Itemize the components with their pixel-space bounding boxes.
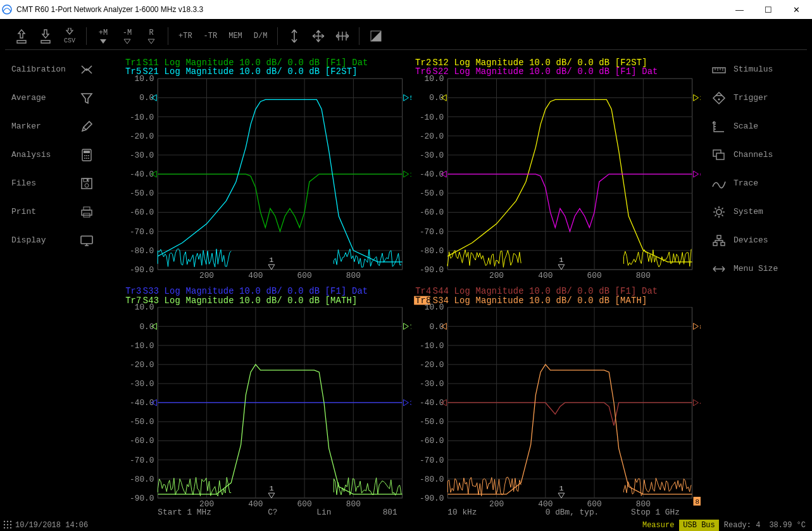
svg-text:-60.0: -60.0: [420, 436, 444, 446]
minus-tr-button[interactable]: -TR: [200, 25, 222, 47]
svg-point-6: [86, 155, 87, 156]
svg-text:10.0: 10.0: [424, 74, 444, 84]
svg-point-9: [86, 158, 87, 159]
csv-button[interactable]: CSV: [59, 25, 80, 47]
right-item-devices[interactable]: Devices: [702, 226, 812, 254]
left-item-analysis[interactable]: Analysis: [11, 141, 123, 169]
plot-3[interactable]: Tr3S33 Log Magnitude 10.0 dB/ 0.0 dB [F1…: [124, 286, 411, 517]
svg-text:-60.0: -60.0: [419, 208, 443, 217]
svg-text:1: 1: [559, 484, 563, 493]
left-item-files[interactable]: Files: [11, 169, 123, 197]
left-item-average[interactable]: Average: [11, 84, 123, 112]
mem-button[interactable]: MEM: [225, 25, 246, 47]
app-icon: [1, 4, 13, 15]
pencil-icon: [77, 120, 96, 133]
save-up-button[interactable]: [11, 25, 32, 47]
svg-text:-90.0: -90.0: [420, 493, 444, 503]
status-pow: 0 dBm, typ.: [545, 507, 598, 516]
minus-m-button[interactable]: -M: [117, 25, 137, 47]
maximize-button[interactable]: ☐: [754, 0, 782, 19]
minimize-button[interactable]: —: [725, 0, 754, 19]
contrast-button[interactable]: [366, 25, 386, 47]
svg-text:-50.0: -50.0: [419, 189, 443, 198]
right-item-label: System: [734, 207, 763, 216]
svg-text:-10.0: -10.0: [130, 113, 154, 122]
grip-icon: [3, 520, 15, 531]
trace-label: S34 Log Magnitude 10.0 dB/ 0.0 dB [MATH]: [432, 296, 647, 305]
right-item-label: Channels: [734, 150, 773, 159]
svg-point-10: [88, 158, 89, 159]
svg-text:-70.0: -70.0: [130, 455, 154, 465]
right-item-label: Menu Size: [734, 264, 778, 273]
svg-text:-90.0: -90.0: [419, 265, 443, 275]
svg-rect-161: [716, 153, 724, 159]
right-item-menu size[interactable]: Menu Size: [702, 254, 812, 283]
dm-button[interactable]: D/M: [250, 25, 272, 47]
left-menu: Calibration Average Marker Analysis File…: [0, 50, 123, 519]
svg-text:-40.0: -40.0: [419, 170, 443, 179]
status-temp: 38.99 °C: [765, 520, 809, 531]
cross-arrow-button[interactable]: [308, 25, 328, 47]
save-down-button[interactable]: [35, 25, 56, 47]
gear-icon: [709, 205, 728, 219]
right-item-system[interactable]: System: [702, 197, 812, 226]
window-title: CMT R60 1-Port Network Analyzer 1-6000 M…: [16, 5, 203, 14]
plus-m-button[interactable]: +M: [93, 25, 113, 47]
right-item-stimulus[interactable]: Stimulus: [702, 55, 812, 84]
plot-panel-1[interactable]: Tr1S11 Log Magnitude 10.0 dB/ 0.0 dB [F1…: [124, 53, 411, 284]
close-button[interactable]: ✕: [782, 0, 811, 19]
svg-text:-70.0: -70.0: [419, 227, 443, 237]
svg-point-174: [10, 527, 11, 528]
left-item-calibration[interactable]: Calibration: [11, 55, 123, 84]
vert-arrow-button[interactable]: [284, 25, 304, 47]
svg-text:7: 7: [409, 322, 411, 331]
svg-point-167: [7, 521, 8, 522]
svg-text:-20.0: -20.0: [419, 132, 443, 141]
scale-icon: [709, 120, 728, 134]
svg-text:600: 600: [297, 271, 312, 280]
status-measure[interactable]: Measure: [639, 520, 678, 531]
svg-text:400: 400: [538, 271, 553, 280]
plot-panel-4[interactable]: Tr4S44 Log Magnitude 10.0 dB/ 0.0 dB [F1…: [414, 286, 701, 517]
svg-text:8: 8: [699, 322, 701, 331]
svg-text:800: 800: [635, 271, 650, 280]
svg-rect-158: [713, 68, 725, 73]
svg-rect-163: [717, 235, 721, 239]
trace-Tr1: [158, 174, 402, 232]
title-bar: CMT R60 1-Port Network Analyzer 1-6000 M…: [0, 0, 812, 19]
svg-rect-164: [713, 242, 717, 246]
plot-panel-2[interactable]: Tr2S12 Log Magnitude 10.0 dB/ 0.0 dB [F2…: [414, 53, 701, 284]
svg-point-171: [10, 524, 11, 525]
plot-2[interactable]: Tr2S12 Log Magnitude 10.0 dB/ 0.0 dB [F2…: [414, 53, 701, 284]
right-item-trigger[interactable]: Trigger: [702, 84, 812, 112]
plot-area: Tr1S11 Log Magnitude 10.0 dB/ 0.0 dB [F1…: [123, 50, 702, 519]
right-item-trace[interactable]: Trace: [702, 169, 812, 197]
svg-text:600: 600: [587, 271, 601, 280]
plot-4[interactable]: Tr4S44 Log Magnitude 10.0 dB/ 0.0 dB [F1…: [414, 286, 701, 517]
right-item-channels[interactable]: Channels: [702, 141, 812, 169]
status-usb[interactable]: USB Bus: [679, 520, 718, 531]
svg-text:-40.0: -40.0: [130, 398, 154, 408]
svg-point-8: [84, 158, 85, 159]
svg-text:-60.0: -60.0: [130, 436, 154, 446]
svg-rect-14: [87, 179, 88, 181]
channels-icon: [709, 149, 728, 161]
svg-point-0: [3, 5, 11, 14]
svg-point-173: [7, 527, 8, 528]
plot-1[interactable]: Tr1S11 Log Magnitude 10.0 dB/ 0.0 dB [F1…: [124, 53, 411, 284]
r-button[interactable]: R: [141, 25, 161, 47]
plus-tr-button[interactable]: +TR: [175, 25, 196, 47]
left-item-display[interactable]: Display: [11, 226, 123, 254]
right-item-label: Stimulus: [734, 65, 773, 74]
left-item-print[interactable]: Print: [11, 197, 123, 226]
status-bar: 10/19/2018 14:06 Measure USB Bus Ready: …: [0, 519, 812, 531]
trace-label: S11 Log Magnitude 10.0 dB/ 0.0 dB [F1] D…: [143, 58, 368, 68]
left-item-marker[interactable]: Marker: [11, 112, 123, 141]
svg-point-7: [88, 155, 89, 156]
svg-rect-15: [82, 210, 92, 215]
calc-icon: [77, 148, 96, 162]
spread-button[interactable]: [332, 25, 353, 47]
right-item-scale[interactable]: Scale: [702, 112, 812, 141]
plot-panel-3[interactable]: Tr3S33 Log Magnitude 10.0 dB/ 0.0 dB [F1…: [124, 286, 411, 517]
svg-point-166: [4, 521, 5, 522]
